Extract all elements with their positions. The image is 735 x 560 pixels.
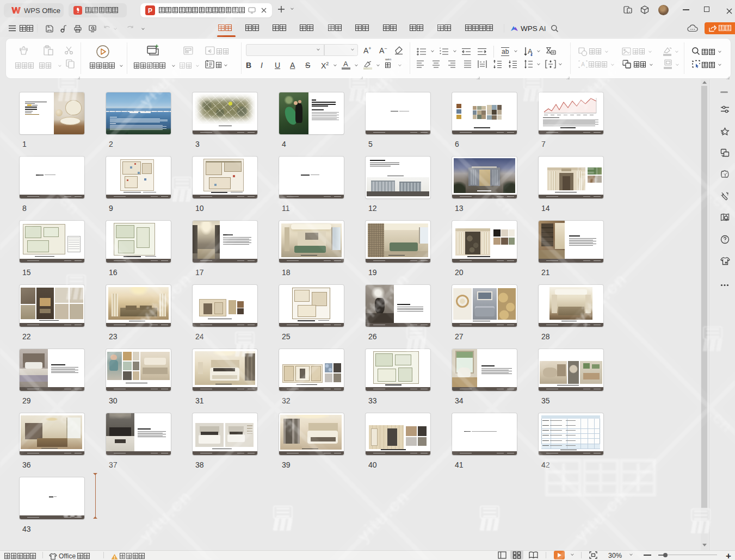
svg-text:P: P: [148, 7, 152, 15]
svg-text:A: A: [581, 61, 585, 67]
